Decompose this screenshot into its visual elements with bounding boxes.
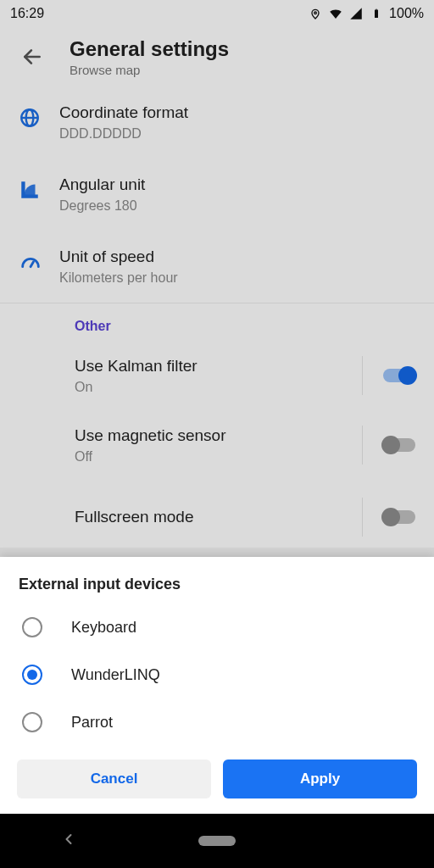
apply-button[interactable]: Apply xyxy=(223,760,417,798)
status-bar: 16:29 100% xyxy=(0,0,434,27)
status-time: 16:29 xyxy=(10,6,44,21)
angle-icon xyxy=(19,179,59,201)
row-title: Angular unit xyxy=(59,175,145,194)
page-subtitle: Browse map xyxy=(70,63,229,77)
row-fullscreen-mode[interactable]: Fullscreen mode xyxy=(0,480,434,548)
row-value: Off xyxy=(75,449,225,465)
row-title: Unit of speed xyxy=(59,248,178,266)
option-label: Keyboard xyxy=(71,619,136,637)
magnetic-switch[interactable] xyxy=(362,426,415,465)
radio-icon xyxy=(22,712,42,732)
row-title: Use magnetic sensor xyxy=(75,426,225,445)
svg-line-5 xyxy=(31,262,34,267)
row-value: DDD.DDDDD xyxy=(59,126,188,142)
nav-back-button[interactable] xyxy=(60,831,77,851)
row-kalman-filter[interactable]: Use Kalman filter On xyxy=(0,341,434,410)
settings-list: Coordinate format DDD.DDDDD Angular unit… xyxy=(0,86,434,548)
kalman-switch[interactable] xyxy=(362,356,415,395)
globe-icon xyxy=(19,107,59,129)
option-label: WunderLINQ xyxy=(71,666,160,684)
row-title: Fullscreen mode xyxy=(75,508,193,526)
cancel-button[interactable]: Cancel xyxy=(17,760,211,798)
radio-icon xyxy=(22,617,42,637)
app-bar: General settings Browse map xyxy=(0,27,434,86)
wifi-icon xyxy=(328,6,343,21)
row-coordinate-format[interactable]: Coordinate format DDD.DDDDD xyxy=(0,86,434,159)
page-title: General settings xyxy=(70,37,229,61)
row-title: Coordinate format xyxy=(59,103,188,122)
row-title: Use Kalman filter xyxy=(75,357,198,376)
status-icons: 100% xyxy=(308,6,424,21)
row-value: Kilometers per hour xyxy=(59,270,178,286)
back-button[interactable] xyxy=(19,43,46,70)
cell-signal-icon xyxy=(348,6,364,21)
android-navbar xyxy=(0,814,434,868)
row-magnetic-sensor[interactable]: Use magnetic sensor Off xyxy=(0,410,434,480)
radio-icon xyxy=(22,665,42,685)
section-other: Other xyxy=(0,303,434,341)
row-angular-unit[interactable]: Angular unit Degrees 180 xyxy=(0,159,434,231)
nav-home-pill[interactable] xyxy=(198,836,236,846)
row-value: On xyxy=(75,380,198,395)
battery-icon xyxy=(369,6,384,21)
option-wunderlinq[interactable]: WunderLINQ xyxy=(0,651,434,698)
location-icon xyxy=(308,6,323,21)
appbar-titles: General settings Browse map xyxy=(70,37,229,77)
gauge-icon xyxy=(19,251,59,275)
dialog-title: External input devices xyxy=(0,557,434,604)
dialog-actions: Cancel Apply xyxy=(0,746,434,814)
fullscreen-switch[interactable] xyxy=(362,498,415,537)
option-keyboard[interactable]: Keyboard xyxy=(0,604,434,651)
svg-point-0 xyxy=(314,12,317,14)
external-input-dialog: External input devices Keyboard WunderLI… xyxy=(0,557,434,814)
option-parrot[interactable]: Parrot xyxy=(0,698,434,746)
row-unit-of-speed[interactable]: Unit of speed Kilometers per hour xyxy=(0,231,434,303)
option-label: Parrot xyxy=(71,714,113,732)
battery-percent: 100% xyxy=(389,6,424,21)
row-value: Degrees 180 xyxy=(59,198,145,214)
